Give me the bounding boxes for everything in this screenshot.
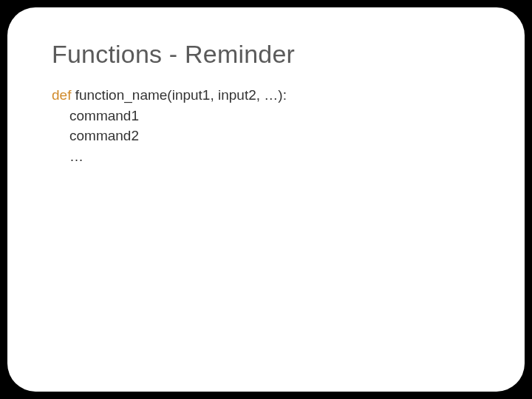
code-body-1: command2: [69, 128, 139, 143]
code-body-0: command1: [69, 108, 139, 123]
code-line-def: def function_name(input1, input2, …):: [52, 85, 480, 106]
slide-container: Functions - Reminder def function_name(i…: [7, 7, 525, 392]
code-line-body: …: [52, 146, 480, 167]
code-body-2: …: [69, 149, 83, 164]
slide-title: Functions - Reminder: [52, 40, 480, 69]
code-line-body: command2: [52, 126, 480, 146]
keyword-def: def: [52, 87, 71, 103]
code-block: def function_name(input1, input2, …): co…: [52, 85, 480, 166]
signature-rest: function_name(input1, input2, …):: [71, 87, 287, 103]
code-line-body: command1: [52, 106, 480, 126]
